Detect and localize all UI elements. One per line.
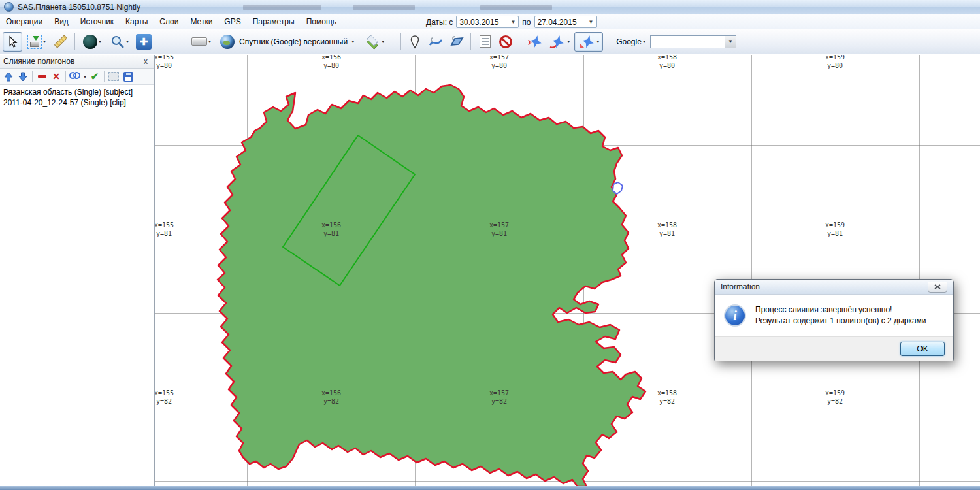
chevron-down-icon: ▼ (589, 19, 594, 25)
menu-item-9[interactable]: Помощь (301, 15, 342, 28)
title-bar: SAS.Планета 150510.8751 Nightly (0, 0, 980, 14)
chevron-down-icon: ▼ (510, 19, 515, 25)
gps-track-button[interactable]: ▾ (546, 32, 573, 52)
tile-grid-label: x=155 y=80 (155, 55, 174, 70)
ok-button[interactable]: OK (900, 342, 945, 356)
dialog-title-bar[interactable]: Information (715, 280, 953, 295)
app-window: SAS.Планета 150510.8751 Nightly Операции… (0, 0, 980, 490)
add-path-button[interactable] (426, 32, 446, 52)
gps-connect-button[interactable] (525, 32, 544, 52)
arrow-down-icon (18, 72, 27, 82)
dates-to-label: по (522, 18, 531, 27)
select-region-button[interactable] (106, 70, 121, 84)
chevron-down-icon: ▾ (382, 39, 384, 44)
selection-area-icon (108, 72, 119, 81)
toolbar-separator (470, 33, 471, 50)
hide-placemarks-button[interactable] (496, 32, 515, 52)
cache-drive-icon (191, 37, 207, 46)
panel-toolbar: ✕ ▾ ✔ (0, 69, 154, 85)
search-input[interactable] (651, 36, 725, 48)
menu-item-4[interactable]: Карты (120, 15, 154, 28)
map-source-selector[interactable]: Спутник (Google) версионный ▾ (216, 32, 359, 52)
tile-grid-label: x=157 y=82 (489, 389, 509, 406)
zoom-region-button[interactable]: ▾ (79, 32, 105, 52)
no-sign-icon (499, 35, 512, 48)
chevron-down-icon: ▾ (643, 39, 645, 44)
remove-item-button[interactable] (35, 70, 49, 84)
clip-rectangle-polygon (283, 135, 415, 286)
toolbar-separator (32, 71, 33, 82)
move-down-button[interactable] (16, 70, 30, 84)
add-placemark-button[interactable] (405, 32, 425, 52)
selection-download-button[interactable]: ▾ (24, 32, 50, 52)
selection-area-icon (27, 35, 42, 49)
cache-mode-button[interactable]: ▾ (188, 32, 214, 52)
tile-grid-label: x=157 y=80 (489, 55, 509, 70)
menu-item-1[interactable]: Операции (0, 15, 48, 28)
add-polygon-button[interactable] (447, 32, 466, 52)
arrow-up-icon (4, 72, 13, 82)
polygon-list: Рязанская область (Single) [subject]2011… (0, 85, 154, 110)
menu-item-3[interactable]: Источник (74, 15, 120, 28)
layers-selector-button[interactable]: ▾ (360, 32, 389, 52)
date-from-combobox[interactable]: 30.03.2015 ▼ (456, 16, 519, 28)
search-provider-selector[interactable]: Google ▾ (612, 32, 649, 52)
move-up-button[interactable] (1, 70, 16, 84)
menu-item-8[interactable]: Параметры (247, 15, 301, 28)
toolbar-separator (104, 71, 105, 82)
chevron-down-icon: ▾ (126, 39, 129, 44)
chevron-down-icon: ▾ (208, 39, 211, 44)
dialog-close-button[interactable] (928, 282, 947, 293)
date-to-combobox[interactable]: 27.04.2015 ▼ (534, 16, 597, 28)
tile-grid-label: x=159 y=82 (825, 389, 845, 406)
menu-item-7[interactable]: GPS (218, 15, 246, 28)
close-icon[interactable]: x (140, 57, 151, 66)
clear-list-button[interactable]: ✕ (49, 70, 63, 84)
window-bottom-border (0, 486, 980, 490)
minus-icon (38, 75, 46, 78)
background-window-ghost (243, 5, 321, 10)
merge-operation-button[interactable]: ▾ (68, 70, 88, 84)
apply-merge-button[interactable]: ✔ (88, 70, 102, 84)
fullscreen-icon: ✚ (136, 34, 152, 50)
list-item[interactable]: Рязанская область (Single) [subject] (3, 87, 151, 97)
ruler-button[interactable] (51, 32, 71, 52)
gps-satellite-icon (578, 34, 595, 50)
tile-grid-label: x=158 y=81 (657, 221, 677, 238)
search-dropdown-button[interactable]: ▼ (725, 36, 736, 48)
chevron-down-icon: ▾ (84, 74, 86, 80)
polygon-icon (449, 35, 465, 49)
fullscreen-button[interactable]: ✚ (134, 32, 154, 52)
placemark-manager-button[interactable] (475, 32, 495, 52)
layers-icon (365, 35, 380, 49)
background-window-ghost (353, 5, 415, 10)
ruler-icon (54, 35, 68, 48)
menu-item-2[interactable]: Вид (48, 15, 74, 28)
check-icon: ✔ (91, 71, 99, 82)
map-canvas[interactable]: x=155 y=80x=156 y=80x=157 y=80x=158 y=80… (155, 55, 980, 486)
tile-grid-label: x=156 y=81 (321, 221, 341, 238)
tile-grid-label: x=155 y=82 (155, 389, 174, 406)
chevron-down-icon: ▾ (351, 39, 354, 44)
menu-item-5[interactable]: Слои (154, 15, 184, 28)
list-item[interactable]: 2011-04-20_12-24-57 (Single) [clip] (3, 97, 151, 108)
delete-x-icon: ✕ (52, 71, 60, 82)
tile-grid-label: x=156 y=82 (321, 389, 341, 406)
tile-grid-label: x=159 y=80 (825, 55, 845, 70)
merge-circles-icon (69, 72, 82, 81)
search-combobox[interactable]: ▼ (650, 35, 736, 48)
dialog-footer: OK (715, 336, 953, 361)
small-lake-polygon (613, 182, 623, 194)
gps-position-button[interactable]: ▾ (574, 32, 603, 52)
save-result-button[interactable] (121, 70, 135, 84)
placemark-list-icon (480, 35, 491, 48)
pan-cursor-button[interactable] (3, 32, 22, 52)
info-icon: i (724, 304, 746, 327)
tile-grid-label: x=155 y=81 (155, 221, 174, 238)
chevron-down-icon: ▾ (567, 39, 570, 44)
search-zoom-button[interactable]: ▾ (106, 32, 133, 52)
dialog-message-line1: Процесс слияния завершён успешно! (755, 305, 892, 314)
menu-item-6[interactable]: Метки (184, 15, 218, 28)
close-icon (934, 284, 941, 289)
globe-icon (220, 35, 235, 49)
